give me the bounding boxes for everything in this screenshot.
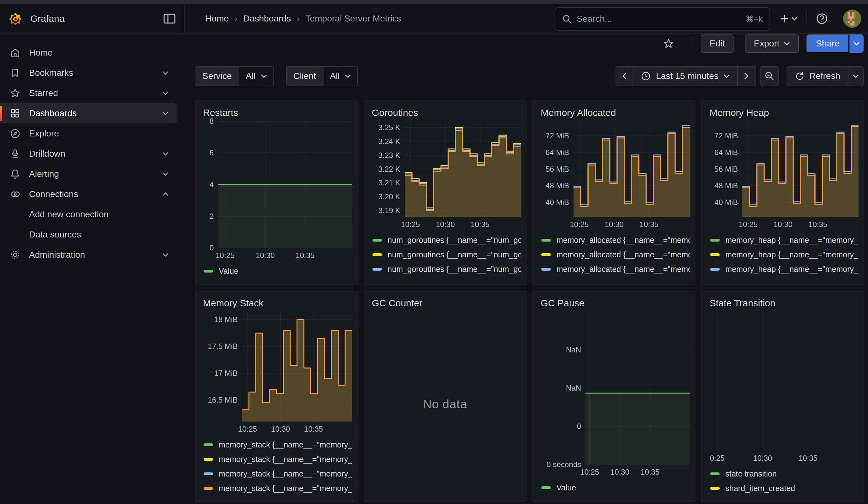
export-button[interactable]: Export bbox=[745, 34, 799, 53]
legend-item[interactable]: memory_heap {__name__="memory_h bbox=[710, 247, 859, 262]
panel-title[interactable]: State Transition bbox=[710, 298, 859, 309]
legend-item[interactable]: memory_allocated {__name__="memo bbox=[541, 233, 690, 247]
panel-title[interactable]: Memory Stack bbox=[203, 298, 352, 309]
chevron-left-icon bbox=[622, 73, 627, 80]
series-color-dash bbox=[710, 253, 720, 256]
sidebar-item-alerting[interactable]: Alerting bbox=[0, 164, 177, 184]
sidebar-item-home[interactable]: Home bbox=[0, 43, 177, 63]
chart-plot[interactable] bbox=[574, 121, 690, 217]
panel-title[interactable]: GC Counter bbox=[372, 298, 521, 309]
legend-item[interactable]: num_goroutines {__name__="num_go bbox=[372, 276, 521, 280]
series-color-dash bbox=[541, 253, 551, 256]
refresh-interval-button[interactable] bbox=[848, 66, 864, 86]
edit-button[interactable]: Edit bbox=[701, 34, 734, 53]
sidebar-item-starred[interactable]: Starred bbox=[0, 83, 177, 103]
legend-item[interactable]: Value bbox=[204, 264, 352, 278]
legend-item[interactable]: memory_heap {__name__="memory_h bbox=[710, 276, 859, 280]
search-shortcut: ⌘+k bbox=[745, 14, 763, 24]
chart-plot[interactable] bbox=[242, 312, 352, 422]
search-input[interactable] bbox=[577, 14, 741, 24]
legend-item[interactable]: memory_stack {__name__="memory_s bbox=[204, 438, 352, 452]
chevron-down-icon[interactable] bbox=[162, 91, 168, 95]
sidebar-item-data-sources[interactable]: Data sources bbox=[0, 225, 177, 245]
legend-item[interactable]: memory_heap {__name__="memory_h bbox=[710, 233, 859, 247]
share-button[interactable]: Share bbox=[806, 34, 849, 53]
legend-item[interactable]: num_goroutines {__name__="num_go bbox=[372, 233, 521, 247]
panel-gc-pause: GC Pause NaNNaN00 seconds 10:2510:3010:3… bbox=[533, 291, 695, 502]
avatar[interactable] bbox=[843, 10, 861, 28]
legend: state transition shard_item_created bbox=[707, 466, 859, 497]
panel-memory-heap: Memory Heap 72 MiB64 MiB56 MiB48 MiB40 M… bbox=[701, 101, 864, 285]
time-range-label: Last 15 minutes bbox=[656, 71, 719, 81]
client-filter[interactable]: Client All bbox=[286, 66, 358, 86]
time-back-button[interactable] bbox=[616, 66, 633, 86]
panel-title[interactable]: Restarts bbox=[203, 107, 352, 118]
sidebar-item-explore[interactable]: Explore bbox=[0, 123, 177, 144]
refresh-button[interactable]: Refresh bbox=[787, 66, 848, 86]
sidebar-item-bookmarks[interactable]: Bookmarks bbox=[0, 63, 177, 83]
time-range-picker[interactable]: Last 15 minutes bbox=[633, 66, 738, 86]
service-filter[interactable]: Service All bbox=[195, 66, 274, 86]
bell-icon bbox=[9, 169, 21, 179]
new-button[interactable]: + bbox=[777, 9, 801, 29]
breadcrumb-separator: › bbox=[297, 13, 300, 24]
sidebar-item-label: Alerting bbox=[29, 169, 59, 179]
panel-title[interactable]: Goroutines bbox=[372, 107, 521, 118]
legend-item[interactable]: num_goroutines {__name__="num_go bbox=[372, 247, 521, 262]
chart-plot[interactable] bbox=[405, 121, 521, 217]
chart: 72 MiB64 MiB56 MiB48 MiB40 MiB bbox=[538, 121, 690, 217]
share-menu-button[interactable] bbox=[849, 34, 864, 53]
panel-title[interactable]: Memory Allocated bbox=[541, 107, 690, 118]
favorite-star-button[interactable] bbox=[660, 33, 678, 54]
breadcrumb-dashboards[interactable]: Dashboards bbox=[244, 13, 291, 24]
service-filter-value[interactable]: All bbox=[239, 66, 273, 85]
dock-sidebar-icon[interactable] bbox=[163, 13, 176, 24]
legend-item[interactable]: num_goroutines {__name__="num_go bbox=[372, 262, 521, 276]
sidebar-item-label: Bookmarks bbox=[29, 68, 73, 78]
zoom-out-button[interactable] bbox=[760, 66, 779, 86]
y-axis: 72 MiB64 MiB56 MiB48 MiB40 MiB bbox=[707, 121, 742, 217]
chevron-down-icon[interactable] bbox=[162, 253, 168, 257]
chevron-down-icon[interactable] bbox=[162, 71, 168, 75]
sidebar-item-dashboards[interactable]: Dashboards bbox=[0, 103, 177, 123]
legend-item[interactable]: memory_allocated {__name__="memo bbox=[541, 276, 690, 280]
sidebar-item-drilldown[interactable]: Drilldown bbox=[0, 144, 177, 164]
time-forward-button[interactable] bbox=[738, 66, 756, 86]
legend-item[interactable]: memory_stack {__name__="memory_s bbox=[204, 466, 352, 481]
chart-plot[interactable] bbox=[218, 121, 352, 248]
clock-icon bbox=[641, 71, 651, 81]
chevron-up-icon[interactable] bbox=[162, 192, 168, 196]
grafana-logo-icon[interactable] bbox=[8, 11, 23, 26]
sidebar-item-connections[interactable]: Connections bbox=[0, 184, 177, 204]
chart-plot[interactable] bbox=[586, 312, 690, 464]
bookmark-icon bbox=[9, 68, 21, 78]
legend-item[interactable]: state transition bbox=[710, 466, 859, 481]
panel-title[interactable]: GC Pause bbox=[541, 298, 690, 309]
legend-item[interactable]: memory_stack {__name__="memory_s bbox=[204, 481, 352, 495]
panel-restarts: Restarts 86420 10:2510:3010:35 Value bbox=[195, 101, 358, 285]
legend-item[interactable]: shard_item_created bbox=[710, 481, 859, 495]
legend-item[interactable]: memory_heap {__name__="memory_h bbox=[710, 262, 859, 276]
search-box[interactable]: ⌘+k bbox=[555, 7, 770, 31]
chevron-down-icon[interactable] bbox=[162, 172, 168, 176]
chart-plot[interactable] bbox=[712, 312, 859, 451]
sidebar-item-administration[interactable]: Administration bbox=[0, 245, 177, 265]
chevron-down-icon[interactable] bbox=[162, 112, 168, 115]
panel-title[interactable]: Memory Heap bbox=[710, 107, 859, 118]
export-label: Export bbox=[754, 39, 779, 49]
chevron-down-icon bbox=[261, 74, 267, 78]
breadcrumb-home[interactable]: Home bbox=[205, 13, 229, 24]
sidebar-item-add-new-connection[interactable]: Add new connection bbox=[0, 204, 177, 225]
legend-item[interactable]: memory_stack {__name__="memory_s bbox=[204, 452, 352, 466]
chart-plot[interactable] bbox=[742, 121, 859, 217]
search-icon bbox=[562, 14, 572, 24]
chevron-down-icon[interactable] bbox=[162, 152, 168, 156]
help-button[interactable] bbox=[813, 9, 831, 29]
legend-item[interactable]: memory_allocated {__name__="memo bbox=[541, 262, 690, 276]
dashboards-grid-icon bbox=[9, 108, 21, 119]
legend-item[interactable]: memory_allocated {__name__="memo bbox=[541, 247, 690, 262]
legend-label: memory_heap {__name__="memory_h bbox=[725, 279, 859, 280]
client-filter-value[interactable]: All bbox=[323, 66, 357, 85]
series-color-dash bbox=[372, 253, 382, 256]
legend-item[interactable]: Value bbox=[541, 480, 690, 495]
